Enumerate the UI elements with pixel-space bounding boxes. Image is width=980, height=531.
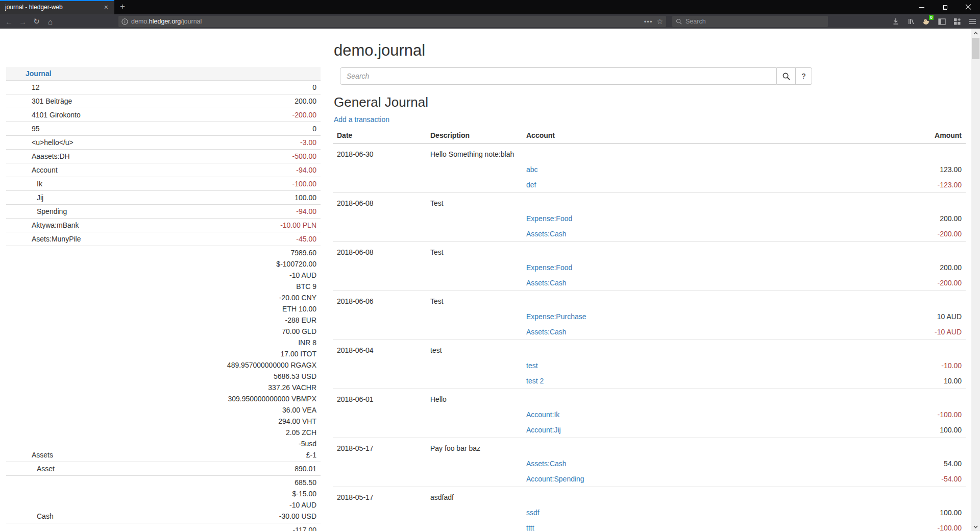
scroll-down-arrow[interactable]: [971, 522, 980, 531]
posting-account-link[interactable]: Expense:Purchase: [526, 312, 586, 321]
posting-account-link[interactable]: test: [526, 361, 538, 370]
page-actions-icon[interactable]: •••: [644, 18, 653, 26]
page-content: Journal 120301 Beiträge200.004101 Giroko…: [0, 29, 971, 531]
posting-account-link[interactable]: abc: [526, 165, 538, 174]
posting-account-link[interactable]: Account:Ik: [526, 411, 559, 419]
site-info-icon[interactable]: [121, 18, 128, 25]
sidebar-account-balance: 200.00: [146, 94, 321, 108]
posting-account-link[interactable]: tttt: [526, 524, 534, 531]
sidebar-amount: -10 AUD: [151, 270, 316, 281]
accounts-sidebar: Journal 120301 Beiträge200.004101 Giroko…: [6, 67, 321, 531]
posting-row: Expense:Purchase10 AUD: [333, 309, 966, 324]
sidebar-account-link[interactable]: 95: [32, 125, 40, 133]
txn-date: 2018-06-04: [333, 340, 426, 358]
menu-button[interactable]: [965, 15, 980, 28]
library-button[interactable]: [903, 15, 919, 28]
back-button[interactable]: ←: [2, 15, 16, 28]
sidebar-account-link[interactable]: Assets: [32, 451, 53, 459]
posting-row: test 210.00: [333, 373, 966, 389]
sidebar-account-link[interactable]: 4101 Girokonto: [32, 111, 81, 119]
posting-amount: -10 AUD: [853, 324, 966, 340]
posting-account-link[interactable]: Expense:Food: [526, 214, 572, 223]
sidebar-account-link[interactable]: Asets:MunyPile: [32, 235, 81, 243]
close-window-button[interactable]: [957, 0, 980, 14]
posting-account-link[interactable]: Assets:Cash: [526, 460, 567, 468]
downloads-button[interactable]: [888, 15, 903, 28]
sidebar-account-link[interactable]: Aktywa:mBank: [32, 221, 79, 229]
journal-search-input[interactable]: [340, 67, 777, 85]
reload-button[interactable]: ↻: [30, 15, 43, 28]
txn-description: Test: [426, 291, 966, 309]
sidebar-account-row: 950: [6, 122, 321, 136]
posting-row: Expense:Food200.00: [333, 211, 966, 226]
scrollbar-thumb[interactable]: [972, 38, 979, 59]
sidebar-account-link[interactable]: Asset: [37, 465, 55, 473]
transaction-header-row[interactable]: 2018-05-17Pay foo bar baz: [333, 438, 966, 456]
transaction-header-row[interactable]: 2018-06-08Test: [333, 193, 966, 211]
new-tab-button[interactable]: +: [114, 0, 131, 14]
posting-account-link[interactable]: Expense:Food: [526, 263, 572, 272]
txn-description: Test: [426, 193, 966, 211]
transaction-header-row[interactable]: 2018-06-01Hello: [333, 389, 966, 407]
posting-amount: 200.00: [853, 260, 966, 275]
transaction-header-row[interactable]: 2018-06-30Hello Something note:blah: [333, 143, 966, 162]
transaction-header-row[interactable]: 2018-06-06Test: [333, 291, 966, 309]
sidebar-account-link[interactable]: <u>hello</u>: [32, 138, 74, 147]
sidebar-amount: $-100720.00: [151, 258, 316, 270]
sidebar-account-link[interactable]: Aaasets:DH: [32, 152, 70, 160]
minimize-button[interactable]: [910, 0, 933, 14]
sidebar-account-row: -117.00: [6, 523, 321, 531]
sidebar-account-link[interactable]: Cash: [37, 512, 54, 520]
sidebar-account-row: Aaasets:DH-500.00: [6, 150, 321, 163]
restore-button[interactable]: [933, 0, 957, 14]
posting-account-link[interactable]: Account:Jij: [526, 426, 561, 434]
sidebar-account-link[interactable]: Ik: [37, 180, 42, 188]
browser-tab[interactable]: journal - hledger-web ×: [0, 0, 114, 14]
page-scrollbar[interactable]: [971, 29, 980, 531]
hamburger-menu-icon: [969, 18, 976, 25]
journal-link[interactable]: Journal: [26, 69, 52, 78]
transaction-header-row[interactable]: 2018-06-04test: [333, 340, 966, 358]
posting-account-link[interactable]: test 2: [526, 377, 544, 385]
transaction-header-row[interactable]: 2018-06-08Test: [333, 242, 966, 260]
tab-close-icon[interactable]: ×: [102, 4, 110, 11]
sidebar-account-row: Jij100.00: [6, 191, 321, 205]
scroll-up-arrow[interactable]: [971, 29, 980, 37]
posting-account-link[interactable]: Account:Spending: [526, 475, 584, 483]
add-transaction-link[interactable]: Add a transaction: [334, 115, 389, 124]
browser-chrome: journal - hledger-web × + ← → ↻ ⌂ demo.h…: [0, 0, 980, 29]
extension-button[interactable]: 0: [919, 15, 934, 28]
journal-table: Date Description Account Amount 2018-06-…: [333, 128, 966, 531]
sidebar-account-link[interactable]: Account: [32, 166, 58, 174]
sidebar-account-row: Account-94.00: [6, 163, 321, 177]
sidebar-account-link[interactable]: Spending: [37, 207, 67, 215]
url-bar[interactable]: demo.hledger.org/journal ••• ☆: [118, 16, 666, 27]
sidebar-account-balance: -94.00: [146, 163, 321, 177]
forward-button[interactable]: →: [16, 15, 30, 28]
posting-row: Assets:Cash-200.00: [333, 275, 966, 291]
posting-account-link[interactable]: def: [526, 181, 536, 189]
search-icon: [676, 18, 682, 25]
sidebar-amount: -117.00: [151, 524, 316, 531]
browser-search-box[interactable]: [672, 16, 828, 27]
home-button[interactable]: ⌂: [43, 15, 57, 28]
sidebar-account-link[interactable]: Jij: [37, 194, 43, 202]
search-help-button[interactable]: ?: [796, 67, 812, 85]
search-button[interactable]: [777, 67, 796, 85]
sidebar-amount: -100.00: [151, 178, 316, 189]
posting-account-link[interactable]: ssdf: [526, 509, 540, 517]
transaction-header-row[interactable]: 2018-05-17asdfadf: [333, 487, 966, 505]
flexible-spaces-button[interactable]: [949, 15, 965, 28]
bookmark-star-icon[interactable]: ☆: [656, 17, 663, 26]
sidebar-account-link[interactable]: 12: [32, 83, 40, 91]
sidebar-amount: 685.50: [151, 477, 316, 488]
sidebars-button[interactable]: [934, 15, 949, 28]
posting-account-link[interactable]: Assets:Cash: [526, 328, 567, 336]
posting-account-link[interactable]: Assets:Cash: [526, 230, 567, 238]
posting-account-link[interactable]: Assets:Cash: [526, 279, 567, 287]
sidebar-account-balance: -45.00: [146, 232, 321, 246]
column-date: Date: [333, 128, 426, 143]
browser-search-input[interactable]: [685, 18, 808, 25]
sidebar-account-link[interactable]: 301 Beiträge: [32, 97, 72, 105]
column-description: Description: [426, 128, 522, 143]
